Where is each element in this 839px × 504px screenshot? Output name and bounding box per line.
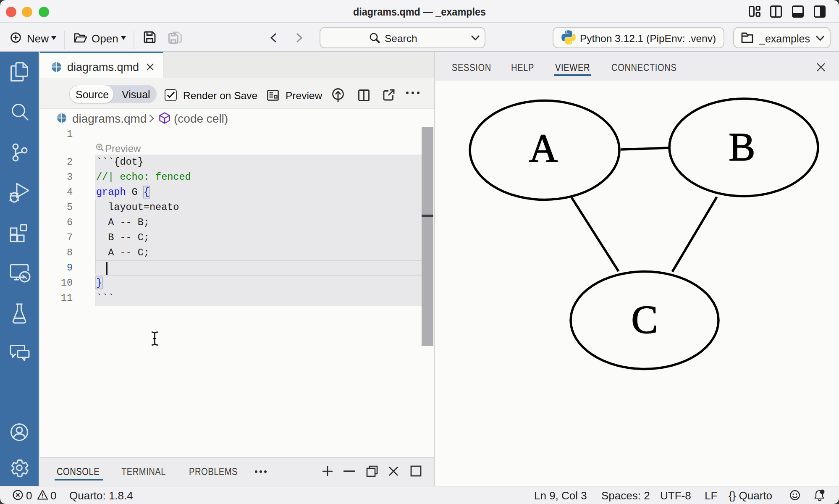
svg-text:C: C [631, 297, 658, 342]
svg-text:A: A [529, 126, 558, 171]
svg-text:B: B [729, 125, 755, 169]
